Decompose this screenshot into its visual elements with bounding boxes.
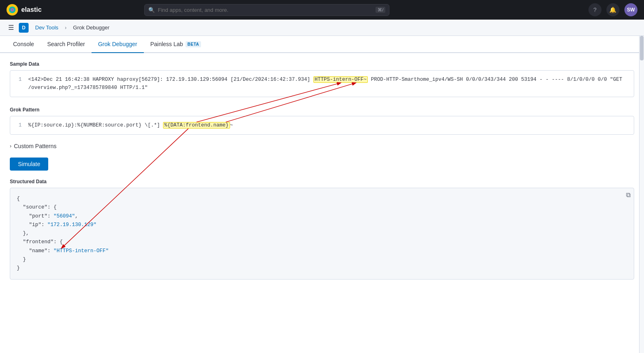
scrollbar[interactable] [639, 36, 644, 288]
elastic-logo[interactable]: elastic [7, 4, 42, 16]
breadcrumb-devtools[interactable]: Dev Tools [32, 23, 62, 32]
sample-content-part1: <142>Dec 21 16:42:38 HAPROXY haproxy[562… [28, 77, 313, 82]
notifications-button[interactable]: 🔔 [606, 3, 619, 16]
help-icon: ? [593, 7, 597, 13]
tab-console[interactable]: Console [7, 36, 40, 53]
svg-point-3 [11, 9, 13, 11]
breadcrumb-grok[interactable]: Grok Debugger [70, 23, 113, 32]
elastic-logo-icon [7, 4, 18, 16]
breadcrumb-separator: › [65, 25, 67, 31]
sample-data-content: <142>Dec 21 16:42:38 HAPROXY haproxy[562… [28, 75, 629, 92]
user-avatar[interactable]: SW [624, 3, 637, 16]
hamburger-button[interactable]: ☰ [7, 22, 16, 33]
grok-pattern-highlight: %{DATA:frontend.name} [163, 122, 230, 129]
custom-patterns-section[interactable]: › Custom Patterns [10, 143, 634, 149]
nav-icons: ? 🔔 SW [588, 3, 637, 16]
tab-painless-lab[interactable]: Painless Lab BETA [144, 36, 208, 53]
custom-patterns-label: Custom Patterns [14, 143, 56, 149]
grok-content-part1: %{IP:source.ip}:%{NUMBER:source.port} \[… [28, 122, 163, 128]
scrollbar-thumb[interactable] [640, 36, 644, 60]
main-content: Sample Data 1 <142>Dec 21 16:42:38 HAPRO… [0, 53, 644, 288]
grok-line-number-1: 1 [15, 121, 22, 129]
app-icon: D [19, 23, 29, 33]
chevron-right-icon: › [10, 143, 11, 149]
grok-pattern-section: Grok Pattern 1 %{IP:source.ip}:%{NUMBER:… [10, 107, 634, 135]
structured-data-section: Structured Data ⧉ { "source": { "port": … [10, 179, 634, 280]
search-shortcut-badge: ⌘/ [376, 7, 385, 13]
help-button[interactable]: ? [588, 3, 602, 16]
grok-content-part2: ~ [230, 122, 233, 128]
line-number-1: 1 [15, 75, 22, 92]
top-nav: elastic 🔍 ⌘/ ? 🔔 SW [0, 0, 644, 20]
structured-data-label: Structured Data [10, 179, 634, 184]
structured-data-box: ⧉ { "source": { "port": "56094", "ip": "… [10, 188, 634, 280]
bell-icon: 🔔 [609, 7, 616, 13]
sample-data-highlight: HTTPS-intern-OFF~ [313, 76, 368, 83]
tab-grok-debugger[interactable]: Grok Debugger [92, 36, 144, 53]
tab-search-profiler-label: Search Profiler [47, 41, 85, 47]
tab-search-profiler[interactable]: Search Profiler [40, 36, 92, 53]
sample-data-editor[interactable]: 1 <142>Dec 21 16:42:38 HAPROXY haproxy[5… [10, 70, 634, 97]
sample-data-section: Sample Data 1 <142>Dec 21 16:42:38 HAPRO… [10, 61, 634, 97]
global-search-input[interactable] [144, 4, 389, 16]
grok-pattern-content: %{IP:source.ip}:%{NUMBER:source.port} \[… [28, 121, 629, 129]
copy-icon: ⧉ [626, 191, 631, 198]
global-search-bar[interactable]: 🔍 ⌘/ [144, 4, 389, 16]
tab-console-label: Console [13, 41, 34, 47]
tab-grok-debugger-label: Grok Debugger [98, 41, 137, 47]
tab-painless-lab-label: Painless Lab [150, 41, 183, 47]
sample-data-line: 1 <142>Dec 21 16:42:38 HAPROXY haproxy[5… [15, 75, 629, 92]
beta-badge: BETA [186, 41, 201, 47]
search-icon: 🔍 [148, 7, 155, 13]
grok-pattern-line: 1 %{IP:source.ip}:%{NUMBER:source.port} … [15, 121, 629, 129]
simulate-button[interactable]: Simulate [10, 158, 48, 171]
elastic-wordmark: elastic [21, 6, 42, 13]
structured-data-content: { "source": { "port": "56094", "ip": "17… [17, 195, 627, 273]
sample-data-label: Sample Data [10, 61, 634, 67]
copy-button[interactable]: ⧉ [626, 191, 631, 199]
breadcrumb-bar: ☰ D Dev Tools › Grok Debugger [0, 20, 644, 36]
grok-pattern-editor[interactable]: 1 %{IP:source.ip}:%{NUMBER:source.port} … [10, 116, 634, 135]
tab-bar: Console Search Profiler Grok Debugger Pa… [0, 36, 644, 53]
grok-pattern-label: Grok Pattern [10, 107, 634, 113]
